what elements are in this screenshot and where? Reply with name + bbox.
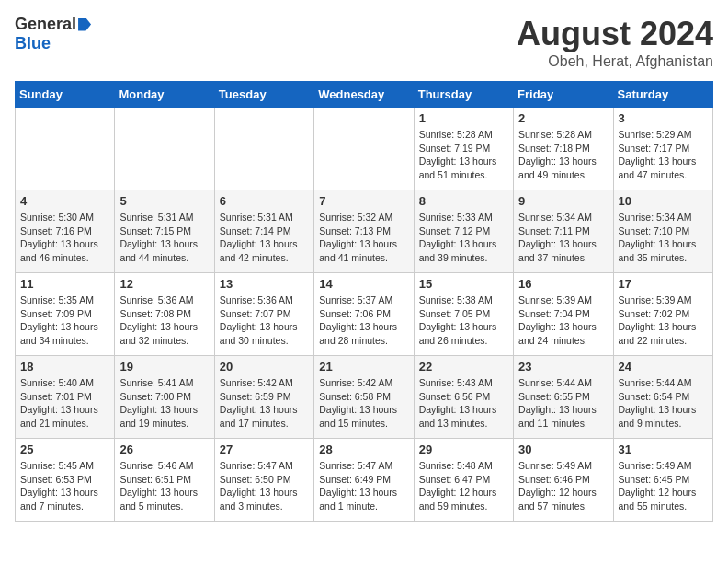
day-info: Sunrise: 5:48 AM Sunset: 6:47 PM Dayligh…: [419, 459, 508, 513]
calendar-cell: 12Sunrise: 5:36 AM Sunset: 7:08 PM Dayli…: [115, 273, 214, 356]
day-info: Sunrise: 5:31 AM Sunset: 7:14 PM Dayligh…: [220, 211, 309, 265]
header-friday: Friday: [514, 82, 613, 108]
calendar-cell: 30Sunrise: 5:49 AM Sunset: 6:46 PM Dayli…: [514, 439, 613, 522]
page-subtitle: Obeh, Herat, Afghanistan: [517, 53, 713, 70]
day-number: 14: [319, 277, 408, 291]
calendar-cell: 13Sunrise: 5:36 AM Sunset: 7:07 PM Dayli…: [214, 273, 313, 356]
page-title: August 2024: [517, 15, 713, 53]
logo-general-text: General: [15, 15, 76, 34]
day-info: Sunrise: 5:30 AM Sunset: 7:16 PM Dayligh…: [20, 211, 109, 265]
day-number: 19: [119, 360, 209, 373]
calendar-cell: 11Sunrise: 5:35 AM Sunset: 7:09 PM Dayli…: [16, 273, 115, 356]
calendar-header: Sunday Monday Tuesday Wednesday Thursday…: [16, 82, 713, 108]
header-thursday: Thursday: [414, 82, 513, 108]
day-number: 13: [220, 277, 309, 291]
day-info: Sunrise: 5:44 AM Sunset: 6:54 PM Dayligh…: [619, 376, 708, 431]
day-number: 18: [20, 360, 109, 373]
calendar-cell: 18Sunrise: 5:40 AM Sunset: 7:01 PM Dayli…: [16, 356, 115, 439]
day-number: 31: [619, 442, 708, 456]
calendar-cell: 31Sunrise: 5:49 AM Sunset: 6:45 PM Dayli…: [613, 439, 712, 522]
day-info: Sunrise: 5:39 AM Sunset: 7:04 PM Dayligh…: [518, 293, 608, 348]
calendar-cell: 17Sunrise: 5:39 AM Sunset: 7:02 PM Dayli…: [613, 273, 712, 356]
day-info: Sunrise: 5:46 AM Sunset: 6:51 PM Dayligh…: [119, 459, 209, 513]
day-number: 24: [619, 360, 708, 373]
day-number: 9: [518, 194, 608, 208]
calendar-cell: 10Sunrise: 5:34 AM Sunset: 7:10 PM Dayli…: [613, 190, 712, 273]
calendar-body: 1Sunrise: 5:28 AM Sunset: 7:19 PM Daylig…: [16, 108, 713, 522]
day-number: 11: [20, 277, 109, 291]
header-row: Sunday Monday Tuesday Wednesday Thursday…: [16, 82, 713, 108]
calendar-cell: 21Sunrise: 5:42 AM Sunset: 6:58 PM Dayli…: [314, 356, 414, 439]
day-number: 26: [119, 442, 209, 456]
calendar-cell: 22Sunrise: 5:43 AM Sunset: 6:56 PM Dayli…: [414, 356, 513, 439]
day-info: Sunrise: 5:28 AM Sunset: 7:18 PM Dayligh…: [518, 128, 608, 182]
day-info: Sunrise: 5:32 AM Sunset: 7:13 PM Dayligh…: [319, 211, 408, 265]
day-info: Sunrise: 5:35 AM Sunset: 7:09 PM Dayligh…: [20, 293, 109, 348]
day-info: Sunrise: 5:43 AM Sunset: 6:56 PM Dayligh…: [419, 376, 508, 431]
day-info: Sunrise: 5:28 AM Sunset: 7:19 PM Dayligh…: [419, 128, 508, 182]
calendar-cell: 4Sunrise: 5:30 AM Sunset: 7:16 PM Daylig…: [16, 190, 115, 273]
calendar-cell: 19Sunrise: 5:41 AM Sunset: 7:00 PM Dayli…: [115, 356, 214, 439]
logo-blue-text: Blue: [15, 34, 51, 53]
day-info: Sunrise: 5:41 AM Sunset: 7:00 PM Dayligh…: [119, 376, 209, 431]
day-info: Sunrise: 5:34 AM Sunset: 7:11 PM Dayligh…: [518, 211, 608, 265]
day-info: Sunrise: 5:49 AM Sunset: 6:45 PM Dayligh…: [619, 459, 708, 513]
day-number: 30: [518, 442, 608, 456]
day-info: Sunrise: 5:38 AM Sunset: 7:05 PM Dayligh…: [419, 293, 508, 348]
day-info: Sunrise: 5:47 AM Sunset: 6:49 PM Dayligh…: [319, 459, 408, 513]
day-number: 28: [319, 442, 408, 456]
day-number: 2: [518, 111, 608, 125]
calendar-cell: 3Sunrise: 5:29 AM Sunset: 7:17 PM Daylig…: [613, 108, 712, 190]
calendar-week-2: 4Sunrise: 5:30 AM Sunset: 7:16 PM Daylig…: [16, 190, 713, 273]
day-number: 22: [419, 360, 508, 373]
day-info: Sunrise: 5:29 AM Sunset: 7:17 PM Dayligh…: [619, 128, 708, 182]
calendar-cell: 1Sunrise: 5:28 AM Sunset: 7:19 PM Daylig…: [414, 108, 513, 190]
calendar-week-4: 18Sunrise: 5:40 AM Sunset: 7:01 PM Dayli…: [16, 356, 713, 439]
day-info: Sunrise: 5:42 AM Sunset: 6:59 PM Dayligh…: [220, 376, 309, 431]
calendar-cell: 29Sunrise: 5:48 AM Sunset: 6:47 PM Dayli…: [414, 439, 513, 522]
calendar-cell: 15Sunrise: 5:38 AM Sunset: 7:05 PM Dayli…: [414, 273, 513, 356]
day-number: 5: [119, 194, 209, 208]
day-info: Sunrise: 5:42 AM Sunset: 6:58 PM Dayligh…: [319, 376, 408, 431]
calendar-cell: 16Sunrise: 5:39 AM Sunset: 7:04 PM Dayli…: [514, 273, 613, 356]
day-number: 21: [319, 360, 408, 373]
day-info: Sunrise: 5:40 AM Sunset: 7:01 PM Dayligh…: [20, 376, 109, 431]
header-monday: Monday: [115, 82, 214, 108]
calendar-cell: 27Sunrise: 5:47 AM Sunset: 6:50 PM Dayli…: [214, 439, 313, 522]
day-info: Sunrise: 5:34 AM Sunset: 7:10 PM Dayligh…: [619, 211, 708, 265]
calendar-cell: 5Sunrise: 5:31 AM Sunset: 7:15 PM Daylig…: [115, 190, 214, 273]
calendar-cell: 7Sunrise: 5:32 AM Sunset: 7:13 PM Daylig…: [314, 190, 414, 273]
day-number: 25: [20, 442, 109, 456]
calendar-cell: 25Sunrise: 5:45 AM Sunset: 6:53 PM Dayli…: [16, 439, 115, 522]
calendar-cell: 20Sunrise: 5:42 AM Sunset: 6:59 PM Dayli…: [214, 356, 313, 439]
day-number: 23: [518, 360, 608, 373]
day-info: Sunrise: 5:36 AM Sunset: 7:07 PM Dayligh…: [220, 293, 309, 348]
day-number: 20: [220, 360, 309, 373]
calendar-cell: 6Sunrise: 5:31 AM Sunset: 7:14 PM Daylig…: [214, 190, 313, 273]
calendar-cell: 28Sunrise: 5:47 AM Sunset: 6:49 PM Dayli…: [314, 439, 414, 522]
day-number: 3: [619, 111, 708, 125]
header-tuesday: Tuesday: [214, 82, 313, 108]
day-info: Sunrise: 5:39 AM Sunset: 7:02 PM Dayligh…: [619, 293, 708, 348]
day-number: 17: [619, 277, 708, 291]
day-info: Sunrise: 5:44 AM Sunset: 6:55 PM Dayligh…: [518, 376, 608, 431]
day-number: 16: [518, 277, 608, 291]
header-saturday: Saturday: [613, 82, 712, 108]
calendar-cell: 23Sunrise: 5:44 AM Sunset: 6:55 PM Dayli…: [514, 356, 613, 439]
calendar-cell: [314, 108, 414, 190]
logo-icon: [78, 18, 91, 31]
calendar-cell: 8Sunrise: 5:33 AM Sunset: 7:12 PM Daylig…: [414, 190, 513, 273]
day-number: 10: [619, 194, 708, 208]
calendar-week-1: 1Sunrise: 5:28 AM Sunset: 7:19 PM Daylig…: [16, 108, 713, 190]
title-block: August 2024 Obeh, Herat, Afghanistan: [517, 15, 713, 70]
day-info: Sunrise: 5:49 AM Sunset: 6:46 PM Dayligh…: [518, 459, 608, 513]
calendar-cell: [214, 108, 313, 190]
day-number: 6: [220, 194, 309, 208]
calendar-cell: 14Sunrise: 5:37 AM Sunset: 7:06 PM Dayli…: [314, 273, 414, 356]
day-number: 8: [419, 194, 508, 208]
calendar-cell: 9Sunrise: 5:34 AM Sunset: 7:11 PM Daylig…: [514, 190, 613, 273]
header-sunday: Sunday: [16, 82, 115, 108]
page-header: General Blue August 2024 Obeh, Herat, Af…: [15, 15, 713, 70]
day-number: 27: [220, 442, 309, 456]
calendar-cell: 24Sunrise: 5:44 AM Sunset: 6:54 PM Dayli…: [613, 356, 712, 439]
